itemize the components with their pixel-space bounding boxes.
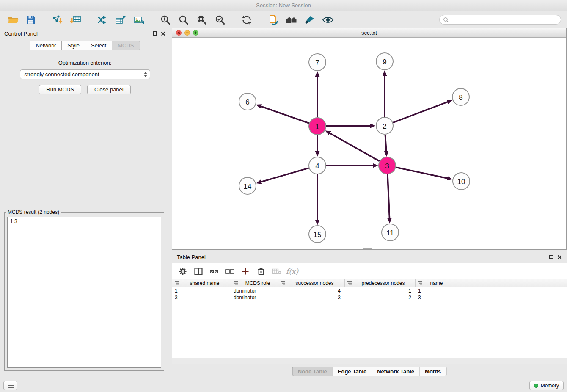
app-title: Session: New Session bbox=[256, 2, 311, 8]
tab-style[interactable]: Style bbox=[62, 41, 85, 50]
network-window-titlebar[interactable]: scc.txt bbox=[172, 28, 566, 38]
column-header-label: shared name bbox=[180, 280, 229, 286]
column-header-label: MCDS role bbox=[239, 280, 276, 286]
show-column-panel-button[interactable] bbox=[190, 265, 206, 278]
toolbar-group-import bbox=[48, 13, 85, 27]
save-session-button[interactable] bbox=[22, 13, 40, 27]
delete-column-button[interactable] bbox=[253, 265, 269, 278]
window-controls bbox=[176, 30, 198, 36]
memory-button[interactable]: Memory bbox=[529, 381, 564, 390]
column-header-shared-name[interactable]: shared name bbox=[172, 279, 231, 287]
select-all-columns-button[interactable] bbox=[206, 265, 222, 278]
graph-edge-3-1[interactable] bbox=[330, 133, 380, 161]
table-cell[interactable]: 4 bbox=[278, 288, 345, 294]
table-cell[interactable]: 2 bbox=[345, 295, 416, 301]
table-cell[interactable]: 1 bbox=[416, 288, 451, 294]
apply-style-button[interactable] bbox=[300, 13, 319, 27]
graph-edge-2-3[interactable] bbox=[385, 135, 386, 152]
tab-select[interactable]: Select bbox=[85, 41, 112, 50]
refresh-view-button[interactable] bbox=[237, 13, 256, 27]
float-table-panel-icon[interactable] bbox=[549, 255, 553, 259]
horizontal-splitter-grip[interactable] bbox=[363, 248, 372, 250]
graph-node-label-11: 11 bbox=[386, 229, 394, 237]
toolbar-group-zoom bbox=[156, 13, 229, 27]
table-cell[interactable]: 3 bbox=[172, 295, 231, 301]
graph-edge-3-11[interactable] bbox=[388, 174, 390, 218]
tab-motifs[interactable]: Motifs bbox=[420, 367, 446, 376]
fx-icon: f(x) bbox=[286, 267, 298, 276]
graph-edge-2-8[interactable] bbox=[393, 102, 448, 123]
mcds-result-text[interactable]: 1 3 bbox=[7, 217, 161, 368]
attribute-icon bbox=[234, 281, 238, 285]
float-panel-icon[interactable] bbox=[153, 31, 157, 36]
criterion-dropdown[interactable]: strongly connected component bbox=[20, 69, 150, 79]
table-row[interactable]: 1dominator411 bbox=[172, 287, 567, 294]
import-table-from-file-button[interactable] bbox=[66, 13, 85, 27]
status-bar: Memory bbox=[0, 379, 567, 392]
new-network-button[interactable] bbox=[93, 13, 111, 27]
toolbar-group-session bbox=[3, 13, 40, 27]
graph-edge-1-6[interactable] bbox=[261, 106, 309, 123]
open-session-button[interactable] bbox=[3, 13, 22, 27]
table-cell[interactable]: 3 bbox=[416, 295, 451, 301]
table-cell[interactable]: 1 bbox=[172, 288, 231, 294]
tab-network[interactable]: Network bbox=[30, 41, 62, 50]
show-hide-graphics-button[interactable] bbox=[319, 13, 337, 27]
column-header-MCDS-role[interactable]: MCDS role bbox=[231, 279, 278, 287]
graph-node-label-14: 14 bbox=[244, 182, 252, 190]
table-body: 1dominator4113dominator323 bbox=[172, 287, 567, 301]
network-canvas[interactable]: 7968124314101511 bbox=[172, 38, 566, 249]
table-cell[interactable]: dominator bbox=[231, 295, 278, 301]
vertical-splitter-grip[interactable] bbox=[170, 193, 171, 204]
close-panel-button[interactable]: Close panel bbox=[87, 85, 131, 94]
close-table-panel-icon[interactable] bbox=[557, 255, 562, 259]
column-header-predecessor-nodes[interactable]: predecessor nodes bbox=[345, 279, 416, 287]
table-cell[interactable]: 1 bbox=[345, 288, 416, 294]
tab-network-table[interactable]: Network Table bbox=[372, 367, 420, 376]
zoom-selected-button[interactable] bbox=[211, 13, 229, 27]
graph-edge-3-10[interactable] bbox=[396, 167, 448, 178]
close-panel-icon[interactable] bbox=[161, 31, 165, 36]
search-box[interactable] bbox=[439, 15, 561, 25]
zoom-window-icon[interactable] bbox=[193, 30, 198, 36]
import-network-from-file-button[interactable] bbox=[48, 13, 66, 27]
run-mcds-button[interactable]: Run MCDS bbox=[39, 85, 81, 94]
column-header-label: name bbox=[424, 280, 449, 286]
tab-node-table[interactable]: Node Table bbox=[292, 367, 333, 376]
zoom-out-button[interactable] bbox=[174, 13, 193, 27]
column-header-successor-nodes[interactable]: successor nodes bbox=[278, 279, 345, 287]
minimize-window-icon[interactable] bbox=[184, 30, 190, 36]
zoom-fit-button[interactable] bbox=[193, 13, 211, 27]
tab-mcds[interactable]: MCDS bbox=[112, 41, 140, 50]
table-cell[interactable]: 3 bbox=[278, 295, 345, 301]
shuffle-arrows-icon bbox=[97, 15, 108, 25]
table-cell[interactable]: dominator bbox=[231, 288, 278, 294]
clone-document-icon bbox=[268, 14, 279, 25]
tab-edge-table[interactable]: Edge Table bbox=[333, 367, 372, 376]
table-row[interactable]: 3dominator323 bbox=[172, 294, 567, 301]
search-input[interactable] bbox=[451, 17, 557, 23]
graph-edge-4-14[interactable] bbox=[261, 168, 309, 182]
zoom-out-icon bbox=[178, 14, 189, 25]
list-icon bbox=[7, 383, 14, 388]
table-settings-button[interactable] bbox=[175, 265, 190, 278]
unselect-all-columns-button[interactable] bbox=[222, 265, 237, 278]
graph-edge-1-2[interactable] bbox=[326, 126, 371, 126]
refresh-icon bbox=[241, 14, 252, 25]
network-overview-button[interactable] bbox=[282, 13, 300, 27]
toolbar-group-network bbox=[93, 13, 148, 27]
function-builder-button-disabled[interactable]: f(x) bbox=[284, 265, 300, 278]
export-image-button[interactable] bbox=[129, 13, 148, 27]
mcds-action-buttons: Run MCDS Close panel bbox=[0, 85, 170, 94]
clone-network-button[interactable] bbox=[264, 13, 282, 27]
control-panel: Control Panel Network Style Select MCDS … bbox=[0, 28, 170, 373]
network-from-table-button[interactable] bbox=[111, 13, 129, 27]
table-horizontal-scrollbar[interactable] bbox=[172, 358, 567, 364]
create-column-button[interactable] bbox=[237, 265, 253, 278]
clear-table-button-disabled[interactable] bbox=[269, 265, 284, 278]
show-panel-list-button[interactable] bbox=[3, 381, 17, 390]
zoom-selected-icon bbox=[215, 14, 226, 25]
column-header-name[interactable]: name bbox=[416, 279, 451, 287]
close-window-icon[interactable] bbox=[176, 30, 182, 36]
zoom-in-button[interactable] bbox=[156, 13, 174, 27]
